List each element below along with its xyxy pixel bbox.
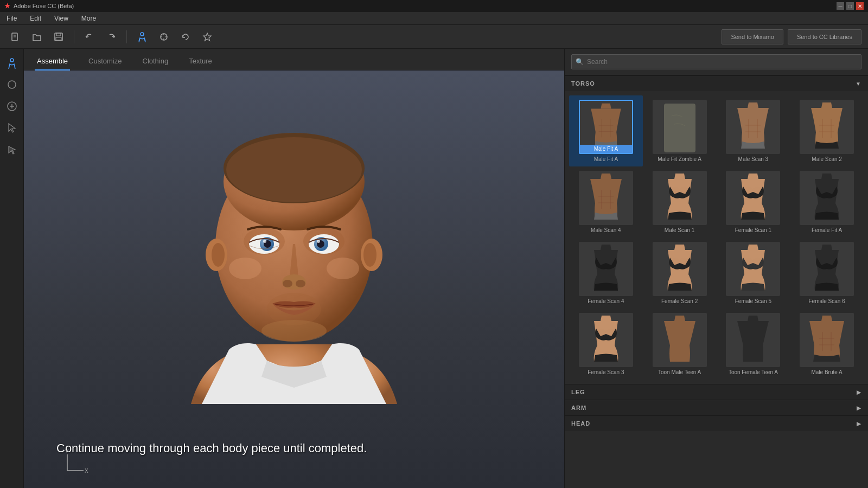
svg-point-27 [363, 243, 376, 267]
item-label-male-fit-a: Male Fit A [594, 156, 618, 162]
item-label-female-scan-3: Female Scan 3 [588, 369, 624, 375]
item-thumb-female-scan-5 [726, 242, 780, 296]
item-label-female-scan-1: Female Scan 1 [735, 227, 771, 233]
categories-scroll[interactable]: TORSO ▼ Male Fit AMale Fit AMale Fit Zom… [565, 75, 868, 488]
item-label-toon-female-teen-a: Toon Female Teen A [729, 369, 778, 375]
item-label-male-brute-a: Male Brute A [811, 369, 842, 375]
body-item-male-scan-1[interactable]: Male Scan 1 [643, 166, 717, 237]
item-thumb-female-scan-6 [800, 242, 854, 296]
category-torso-header[interactable]: TORSO ▼ [565, 75, 868, 91]
body-item-female-scan-5[interactable]: Female Scan 5 [717, 237, 790, 309]
instruction-text: Continue moving through each body piece … [56, 441, 367, 455]
save-button[interactable] [50, 28, 67, 46]
send-to-cc-libraries-button[interactable]: Send to CC Libraries [788, 29, 861, 44]
menu-view[interactable]: View [52, 14, 71, 23]
body-item-male-scan-4[interactable]: Male Scan 4 [569, 166, 643, 237]
sidebar-cursor-tool[interactable] [2, 118, 22, 138]
tab-clothing[interactable]: Clothing [141, 53, 171, 70]
close-button[interactable]: ✕ [856, 2, 864, 10]
search-container: 🔍 [565, 49, 868, 75]
undo-button[interactable] [81, 28, 98, 46]
titlebar: ★ Adobe Fuse CC (Beta) ─ □ ✕ [0, 0, 868, 12]
item-thumb-male-scan-2 [800, 100, 854, 154]
body-item-male-scan-3[interactable]: Male Scan 3 [717, 95, 790, 166]
right-panel: 🔍 TORSO ▼ Male Fit AMale Fit AMale Fit Z… [564, 49, 868, 488]
body-item-male-brute-a[interactable]: Male Brute A [790, 309, 864, 380]
toolbar-right: Send to Mixamo Send to CC Libraries [722, 29, 861, 44]
titlebar-left: ★ Adobe Fuse CC (Beta) [4, 2, 74, 10]
body-item-male-fit-zombie-a[interactable]: Male Fit Zombie A [643, 95, 717, 166]
body-item-female-scan-4[interactable]: Female Scan 4 [569, 237, 643, 309]
rotate-tool-button[interactable] [177, 28, 194, 46]
menubar: File Edit View More [0, 12, 868, 25]
item-thumb-female-scan-2 [653, 242, 707, 296]
item-label-toon-male-teen-a: Toon Male Teen A [658, 369, 701, 375]
minimize-button[interactable]: ─ [837, 2, 844, 10]
body-item-female-scan-2[interactable]: Female Scan 2 [643, 237, 717, 309]
category-leg-header[interactable]: LEG ▶ [565, 384, 868, 400]
item-thumb-toon-female-teen-a [726, 313, 780, 367]
body-item-male-fit-a[interactable]: Male Fit AMale Fit A [569, 95, 643, 166]
send-to-mixamo-button[interactable]: Send to Mixamo [722, 29, 783, 44]
category-arm-header[interactable]: ARM ▶ [565, 400, 868, 415]
maximize-button[interactable]: □ [846, 2, 854, 10]
search-wrapper: 🔍 [571, 54, 861, 69]
body-item-toon-male-teen-a[interactable]: Toon Male Teen A [643, 309, 717, 380]
body-item-female-scan-1[interactable]: Female Scan 1 [717, 166, 790, 237]
svg-point-35 [263, 240, 266, 243]
item-thumb-female-scan-4 [579, 242, 633, 296]
item-label-male-scan-2: Male Scan 2 [812, 156, 842, 162]
character-model [158, 84, 430, 409]
app-title: Adobe Fuse CC (Beta) [14, 3, 74, 9]
svg-rect-5 [56, 37, 61, 40]
item-label-female-scan-2: Female Scan 2 [661, 298, 698, 304]
body-item-male-scan-2[interactable]: Male Scan 2 [790, 95, 864, 166]
category-arm-label: ARM [571, 404, 586, 411]
tab-customize[interactable]: Customize [86, 53, 124, 70]
menu-file[interactable]: File [4, 14, 19, 23]
sidebar-shape-tool[interactable] [2, 75, 22, 94]
menu-more[interactable]: More [79, 14, 98, 23]
svg-line-8 [144, 38, 145, 41]
category-leg-label: LEG [571, 389, 585, 395]
category-head-header[interactable]: HEAD ▶ [565, 415, 868, 431]
item-label-female-scan-4: Female Scan 4 [588, 298, 624, 304]
body-item-female-scan-3[interactable]: Female Scan 3 [569, 309, 643, 380]
menu-edit[interactable]: Edit [28, 14, 43, 23]
svg-marker-14 [203, 33, 211, 41]
axis-indicator: Y X [56, 449, 89, 477]
leg-collapse-arrow: ▶ [857, 389, 861, 395]
svg-point-29 [226, 137, 362, 202]
body-tool-button[interactable] [133, 28, 151, 46]
body-item-female-scan-6[interactable]: Female Scan 6 [790, 237, 864, 309]
open-button[interactable] [28, 28, 46, 46]
body-item-female-fit-a[interactable]: Female Fit A [790, 166, 864, 237]
item-thumb-male-fit-a: Male Fit A [579, 100, 633, 154]
tab-assemble[interactable]: Assemble [35, 53, 70, 70]
selected-overlay: Male Fit A [580, 145, 632, 153]
viewport-inner: Assemble Customize Clothing Texture [24, 49, 564, 488]
body-item-toon-female-teen-a[interactable]: Toon Female Teen A [717, 309, 790, 380]
sidebar-arrow-tool[interactable] [2, 140, 22, 159]
new-button[interactable] [7, 28, 24, 46]
item-label-female-fit-a: Female Fit A [812, 227, 842, 233]
search-input[interactable] [571, 54, 861, 69]
tab-texture[interactable]: Texture [187, 53, 214, 70]
item-label-male-scan-1: Male Scan 1 [665, 227, 695, 233]
sidebar-assemble-tool[interactable] [2, 53, 22, 73]
viewport: Assemble Customize Clothing Texture [24, 49, 564, 488]
svg-point-16 [8, 81, 16, 88]
adobe-icon: ★ [4, 2, 10, 10]
svg-point-25 [212, 243, 225, 267]
redo-button[interactable] [103, 28, 120, 46]
sidebar-add-tool[interactable] [2, 97, 22, 116]
star-button[interactable] [199, 28, 216, 46]
item-thumb-male-scan-4 [579, 171, 633, 225]
item-thumb-male-scan-1 [653, 171, 707, 225]
svg-marker-21 [9, 146, 15, 154]
svg-line-7 [139, 38, 140, 41]
move-tool-button[interactable] [155, 28, 173, 46]
svg-text:Y: Y [65, 449, 69, 454]
tabbar: Assemble Customize Clothing Texture [24, 49, 564, 70]
titlebar-controls: ─ □ ✕ [837, 2, 864, 10]
